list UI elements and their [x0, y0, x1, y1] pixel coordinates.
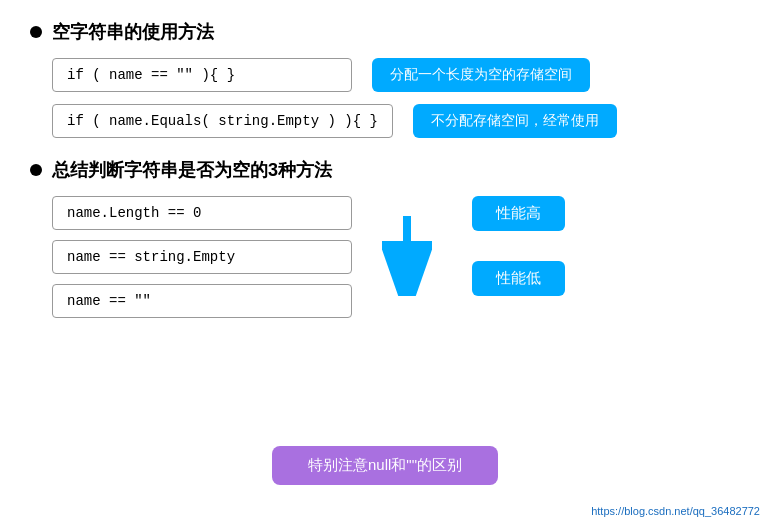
desc-box-1: 分配一个长度为空的存储空间	[372, 58, 590, 92]
code-row-1: if ( name == "" ){ } 分配一个长度为空的存储空间	[52, 58, 740, 92]
bullet1	[30, 26, 42, 38]
section2-title: 总结判断字符串是否为空的3种方法	[52, 158, 332, 182]
perf-high-box: 性能高	[472, 196, 565, 231]
code-item-3: name == ""	[52, 284, 352, 318]
code-item-2: name == string.Empty	[52, 240, 352, 274]
note-box: 特别注意null和""的区别	[272, 446, 498, 485]
perf-boxes: 性能高 性能低	[472, 196, 565, 296]
code-list: name.Length == 0 name == string.Empty na…	[52, 196, 352, 318]
section1: 空字符串的使用方法 if ( name == "" ){ } 分配一个长度为空的…	[30, 20, 740, 138]
section2: 总结判断字符串是否为空的3种方法 name.Length == 0 name =…	[30, 158, 740, 318]
bullet2	[30, 164, 42, 176]
bottom-note: 特别注意null和""的区别	[272, 446, 498, 485]
arrow-area	[382, 196, 432, 296]
section1-title-row: 空字符串的使用方法	[30, 20, 740, 44]
section2-content: name.Length == 0 name == string.Empty na…	[52, 196, 740, 318]
code-row-2: if ( name.Equals( string.Empty ) ){ } 不分…	[52, 104, 740, 138]
desc-box-2: 不分配存储空间，经常使用	[413, 104, 617, 138]
code-box-2: if ( name.Equals( string.Empty ) ){ }	[52, 104, 393, 138]
arrow-down-icon	[382, 216, 432, 296]
main-container: 空字符串的使用方法 if ( name == "" ){ } 分配一个长度为空的…	[0, 0, 770, 348]
perf-low-box: 性能低	[472, 261, 565, 296]
watermark: https://blog.csdn.net/qq_36482772	[591, 505, 760, 517]
code-box-1: if ( name == "" ){ }	[52, 58, 352, 92]
code-item-1: name.Length == 0	[52, 196, 352, 230]
section2-title-row: 总结判断字符串是否为空的3种方法	[30, 158, 740, 182]
section1-title: 空字符串的使用方法	[52, 20, 214, 44]
